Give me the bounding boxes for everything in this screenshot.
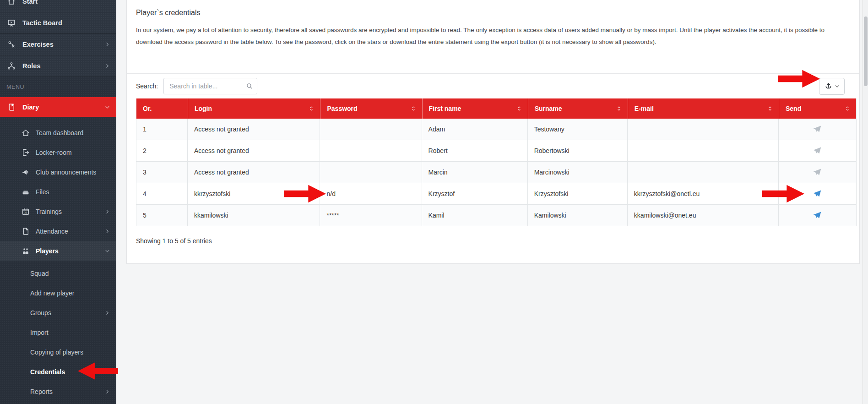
cell-first-name: Marcin (422, 162, 528, 183)
scrollbar (863, 0, 868, 404)
cell-surname: Kamilowski (528, 205, 628, 226)
cell-password (320, 119, 422, 140)
sidebar-item-label: Squad (30, 270, 49, 277)
sidebar-item-label: Add new player (30, 289, 75, 297)
table-row: 3 Access not granted Marcin Marcinowski (136, 162, 856, 183)
column-header-send[interactable]: Send (779, 98, 856, 119)
sidebar-item-team-dashboard[interactable]: Team dashboard (0, 123, 116, 142)
column-header-email[interactable]: E-mail (628, 98, 779, 119)
drive-icon (22, 188, 30, 196)
sidebar-item-import[interactable]: Import (0, 322, 116, 342)
table-row: 2 Access not granted Robert Robertowski (136, 140, 856, 162)
sidebar-item-trainings[interactable]: 31 Trainings (0, 202, 116, 221)
sidebar-item-diary[interactable]: Diary (0, 97, 116, 117)
column-label: Or. (143, 105, 152, 112)
sidebar-item-tactic-board[interactable]: Tactic Board (0, 12, 116, 34)
table-row: 5 kkamilowski ***** Kamil Kamilowski kka… (136, 205, 856, 226)
cell-email (628, 140, 779, 161)
table-toolbar: Search: (127, 74, 859, 98)
table-row: 1 Access not granted Adam Testowany (136, 119, 856, 140)
cell-or: 2 (136, 140, 188, 161)
column-label: Login (195, 105, 212, 112)
scrollbar-thumb[interactable] (864, 16, 868, 86)
column-header-first-name[interactable]: First name (422, 98, 528, 119)
sidebar-item-label: Files (36, 188, 49, 196)
cell-surname: Testowany (528, 119, 628, 140)
diary-book-icon (7, 103, 16, 111)
paper-plane-icon[interactable] (813, 211, 822, 220)
cell-surname: Marcinowski (528, 162, 628, 183)
home-icon (22, 129, 30, 137)
sidebar-item-label: Roles (22, 62, 41, 70)
sidebar-item-label: Diary (22, 104, 39, 111)
sidebar: Start Tactic Board Exercises (0, 0, 116, 404)
cell-email (628, 162, 779, 183)
cell-first-name: Kamil (422, 205, 528, 226)
cell-send (779, 162, 856, 183)
sidebar-item-label: Reports (30, 388, 53, 395)
sidebar-item-roles[interactable]: Roles (0, 55, 116, 77)
cell-surname: Krzysztofski (528, 183, 628, 204)
sidebar-item-credentials[interactable]: Credentials (0, 362, 116, 382)
sidebar-item-groups[interactable]: Groups (0, 303, 116, 322)
sidebar-item-label: Import (30, 329, 49, 336)
players-icon (22, 247, 30, 255)
cell-first-name: Adam (422, 119, 528, 140)
sidebar-item-locker-room[interactable]: Locker-room (0, 142, 116, 162)
sort-icon (410, 105, 417, 112)
sidebar-item-label: Team dashboard (36, 129, 83, 136)
tactic-board-icon (7, 19, 16, 27)
column-header-or: Or. (136, 98, 188, 119)
export-button[interactable] (819, 78, 845, 95)
page-title: Player`s credentials (136, 9, 849, 17)
screen: Start Tactic Board Exercises (0, 0, 868, 404)
sidebar-item-add-new-player[interactable]: Add new player (0, 283, 116, 303)
sidebar-item-attendance[interactable]: Attendance (0, 221, 116, 241)
paper-plane-icon (813, 168, 822, 177)
content-card: Player`s credentials In our system, we p… (126, 0, 860, 264)
cell-email: kkrzysztofski@onetl.eu (628, 183, 779, 204)
sidebar-item-club-announcements[interactable]: Club announcements (0, 162, 116, 182)
cell-or: 3 (136, 162, 188, 183)
table-footer: Showing 1 to 5 of 5 entries (127, 226, 859, 245)
column-header-surname[interactable]: Surname (528, 98, 628, 119)
sidebar-item-squad[interactable]: Squad (0, 263, 116, 283)
column-header-login[interactable]: Login (188, 98, 320, 119)
sidebar-item-label: Players (36, 247, 59, 255)
exercises-icon (7, 40, 16, 49)
sort-icon (767, 105, 773, 112)
chevron-right-icon (105, 209, 110, 214)
search-icon (246, 82, 253, 90)
cell-login: Access not granted (188, 162, 320, 183)
column-label: E-mail (635, 105, 654, 112)
cell-password[interactable]: ***** (320, 205, 422, 226)
roles-icon (7, 62, 16, 70)
calendar-icon: 31 (22, 207, 30, 216)
sort-icon (516, 105, 522, 112)
column-header-password[interactable]: Password (320, 98, 422, 119)
cell-send (779, 140, 856, 161)
chevron-right-icon (105, 310, 110, 315)
cell-send (779, 205, 856, 226)
paper-plane-icon[interactable] (813, 189, 822, 198)
sidebar-item-label: Club announcements (36, 169, 96, 176)
table-status-text: Showing 1 to 5 of 5 entries (136, 237, 212, 245)
cell-login: kkrzysztofski (188, 183, 320, 204)
column-label: Send (786, 105, 801, 112)
search-input[interactable] (163, 78, 257, 94)
sidebar-item-files[interactable]: Files (0, 182, 116, 202)
sidebar-item-players[interactable]: Players (0, 241, 116, 261)
diary-submenu: Team dashboard Locker-room Club announce… (0, 117, 116, 261)
chevron-down-icon (105, 104, 110, 109)
sidebar-item-reports[interactable]: Reports (0, 382, 116, 401)
sidebar-item-label: Exercises (22, 41, 54, 48)
cell-login: Access not granted (188, 119, 320, 140)
sidebar-top-items: Start Tactic Board Exercises (0, 0, 116, 77)
cell-or: 4 (136, 183, 188, 204)
sidebar-item-label: Copying of players (30, 349, 83, 356)
cell-password (320, 140, 422, 161)
sidebar-item-exercises[interactable]: Exercises (0, 34, 116, 55)
sidebar-item-copying-of-players[interactable]: Copying of players (0, 342, 116, 362)
sidebar-item-start[interactable]: Start (0, 0, 116, 12)
chevron-right-icon (105, 64, 110, 69)
